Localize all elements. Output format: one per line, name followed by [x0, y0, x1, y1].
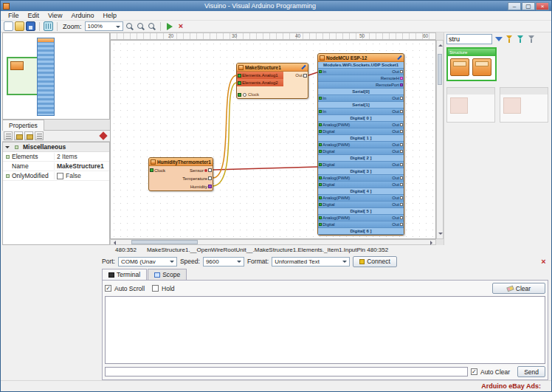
- palette-component-makestructure[interactable]: [450, 58, 469, 76]
- output-pin[interactable]: [400, 216, 403, 219]
- speed-combobox[interactable]: 9600: [203, 257, 244, 267]
- component-nodemcu-esp12[interactable]: NodeMCU ESP-12 Modules.WiFi.Sockets.UDP …: [317, 53, 404, 235]
- input-pin[interactable]: [319, 163, 322, 166]
- input-pin[interactable]: [238, 93, 241, 97]
- zoom-combobox[interactable]: 100%: [85, 21, 123, 31]
- filter-clear-icon[interactable]: [527, 34, 537, 44]
- component-header[interactable]: MakeStructure1: [237, 63, 308, 72]
- property-row-onlymodified[interactable]: OnlyModified False: [3, 171, 109, 181]
- terminal-output[interactable]: [105, 296, 545, 364]
- input-pin[interactable]: [319, 183, 322, 186]
- edit-pencil-icon[interactable]: [397, 55, 401, 60]
- pin-panel-icon[interactable]: [99, 131, 107, 140]
- menu-file[interactable]: File: [4, 12, 24, 19]
- clear-button[interactable]: Clear: [492, 283, 545, 294]
- property-row-elements[interactable]: Elements 2 Items: [3, 152, 109, 162]
- tab-scope[interactable]: Scope: [148, 269, 187, 280]
- auto-clear-checkbox[interactable]: [471, 368, 477, 375]
- edit-pencil-icon[interactable]: [301, 65, 306, 69]
- wire-sensor-to-digital2[interactable]: [213, 167, 317, 170]
- output-pin[interactable]: [400, 203, 403, 206]
- horizontal-scrollbar[interactable]: [110, 239, 436, 245]
- menu-help[interactable]: Help: [98, 12, 121, 19]
- format-combobox[interactable]: Unformatted Text: [272, 257, 350, 267]
- auto-scroll-checkbox[interactable]: [105, 285, 111, 292]
- scroll-up-icon[interactable]: [438, 42, 443, 47]
- component-humiditythermometer1[interactable]: HumidityThermometer1 Clock Sensor: [148, 157, 213, 191]
- filter-category-icon[interactable]: [516, 34, 525, 44]
- close-button[interactable]: ×: [536, 2, 549, 10]
- property-row-name[interactable]: Name MakeStructure1: [3, 162, 109, 171]
- open-project-icon[interactable]: [15, 21, 24, 31]
- component-header[interactable]: NodeMCU ESP-12: [318, 54, 404, 62]
- palette-category-selected[interactable]: Structure: [446, 47, 497, 81]
- property-value[interactable]: MakeStructure1: [55, 162, 109, 170]
- design-canvas[interactable]: MakeStructure1 Elements.Analog1 Out: [110, 40, 436, 239]
- input-pin[interactable]: [238, 74, 241, 78]
- input-pin[interactable]: [319, 97, 322, 100]
- input-pin[interactable]: [319, 123, 322, 126]
- port-combobox[interactable]: COM6 (Unav: [118, 257, 177, 267]
- tab-terminal[interactable]: Terminal: [102, 269, 147, 280]
- input-pin[interactable]: [319, 150, 322, 153]
- close-panel-icon[interactable]: ×: [539, 257, 548, 267]
- run-icon[interactable]: [167, 23, 173, 30]
- palette-component-splitstructure[interactable]: [472, 58, 491, 76]
- input-pin[interactable]: [319, 223, 322, 226]
- zoom-out-icon[interactable]: [136, 21, 145, 31]
- menu-arduino[interactable]: Arduino: [66, 12, 98, 19]
- output-pin[interactable]: [400, 97, 403, 100]
- input-pin[interactable]: [150, 168, 153, 172]
- input-pin[interactable]: [319, 70, 322, 73]
- scrollbar-thumb[interactable]: [131, 240, 198, 244]
- filter-icon[interactable]: [505, 34, 514, 44]
- output-pin[interactable]: [400, 77, 403, 80]
- save-project-icon[interactable]: [26, 21, 35, 31]
- scroll-down-icon[interactable]: [438, 233, 443, 237]
- collapse-icon[interactable]: [5, 146, 10, 151]
- input-pin[interactable]: [319, 196, 322, 199]
- minimize-button[interactable]: –: [508, 2, 521, 10]
- menu-edit[interactable]: Edit: [24, 12, 44, 19]
- input-pin[interactable]: [319, 203, 322, 206]
- send-input[interactable]: [105, 367, 468, 376]
- vertical-scrollbar[interactable]: [436, 40, 444, 239]
- output-pin[interactable]: [400, 176, 403, 179]
- output-pin[interactable]: [400, 123, 403, 126]
- property-value[interactable]: 2 Items: [55, 153, 109, 160]
- input-pin[interactable]: [319, 176, 322, 179]
- maximize-button[interactable]: ▢: [522, 2, 535, 10]
- sort-by-category-icon[interactable]: [14, 131, 23, 140]
- collapse-all-icon[interactable]: [35, 131, 44, 140]
- input-pin[interactable]: [319, 216, 322, 219]
- output-pin[interactable]: [208, 168, 212, 172]
- menu-view[interactable]: View: [44, 12, 66, 19]
- output-pin[interactable]: [400, 143, 403, 146]
- wire-humidity-to-analog2[interactable]: [213, 83, 236, 186]
- zoom-in-icon[interactable]: [125, 21, 134, 31]
- send-button[interactable]: Send: [517, 366, 545, 377]
- component-makestructure1[interactable]: MakeStructure1 Elements.Analog1 Out: [236, 63, 308, 99]
- output-pin[interactable]: [400, 83, 403, 86]
- board-select-icon[interactable]: [44, 21, 53, 31]
- output-pin[interactable]: [400, 110, 403, 113]
- output-pin[interactable]: [400, 130, 403, 133]
- sort-alphabetical-icon[interactable]: [4, 131, 13, 140]
- output-pin[interactable]: [208, 176, 212, 180]
- hold-checkbox[interactable]: [152, 285, 159, 292]
- property-category[interactable]: Miscellaneous: [3, 142, 109, 152]
- output-pin[interactable]: [400, 223, 403, 226]
- delete-icon[interactable]: ×: [176, 21, 186, 31]
- input-pin[interactable]: [319, 143, 322, 146]
- tab-properties[interactable]: Properties: [2, 120, 44, 131]
- output-pin[interactable]: [400, 196, 403, 199]
- wire-temperature-to-analog1[interactable]: [213, 75, 236, 178]
- search-dropdown-icon[interactable]: [494, 34, 503, 44]
- output-pin[interactable]: [400, 70, 403, 73]
- search-input[interactable]: [446, 34, 492, 44]
- output-pin[interactable]: [400, 163, 403, 166]
- onlymodified-checkbox[interactable]: [57, 173, 63, 179]
- new-project-icon[interactable]: [4, 21, 13, 31]
- output-pin[interactable]: [303, 74, 307, 78]
- scrollbar-thumb[interactable]: [438, 54, 442, 85]
